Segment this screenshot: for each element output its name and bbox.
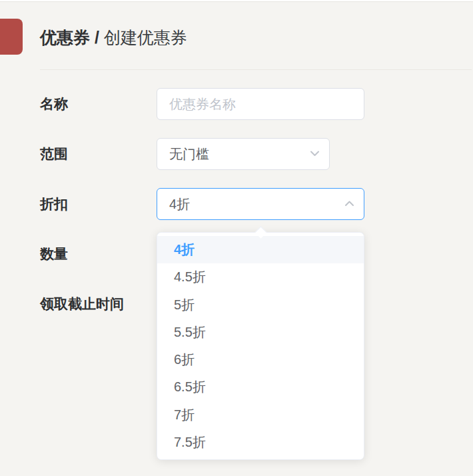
range-label: 范围 (40, 138, 157, 170)
dropdown-option[interactable]: 6折 (157, 346, 364, 373)
dropdown-option[interactable]: 4折 (157, 236, 364, 263)
form-row-range: 范围 无门槛 (40, 138, 364, 170)
discount-label: 折扣 (40, 188, 157, 220)
discount-dropdown-panel: 4折 4.5折 5折 5.5折 6折 6.5折 7折 7.5折 (157, 232, 364, 460)
name-label: 名称 (40, 88, 157, 120)
dropdown-option[interactable]: 5.5折 (157, 319, 364, 346)
header-divider (40, 69, 472, 70)
discount-select-value: 4折 (169, 195, 190, 213)
dropdown-option[interactable]: 6.5折 (157, 373, 364, 401)
breadcrumb-current: 创建优惠券 (104, 28, 187, 47)
breadcrumb-section[interactable]: 优惠券 / (40, 28, 99, 47)
breadcrumb: 优惠券 / 创建优惠券 (40, 27, 187, 49)
coupon-name-input[interactable]: 优惠券名称 (157, 88, 364, 120)
dropdown-option[interactable]: 5折 (157, 291, 364, 319)
discount-select[interactable]: 4折 (157, 188, 364, 220)
chevron-up-icon (344, 201, 354, 207)
create-coupon-page: 优惠券 / 创建优惠券 名称 优惠券名称 范围 无门槛 折扣 4折 (0, 0, 473, 476)
dropdown-option[interactable]: 7.5折 (157, 429, 364, 456)
form-row-discount: 折扣 4折 (40, 188, 364, 220)
dropdown-option[interactable]: 4.5折 (157, 263, 364, 291)
range-select-value: 无门槛 (169, 145, 209, 163)
deadline-label: 领取截止时间 (40, 288, 157, 320)
coupon-name-placeholder: 优惠券名称 (169, 95, 236, 113)
dropdown-option[interactable]: 7折 (157, 401, 364, 429)
form-row-name: 名称 优惠券名称 (40, 88, 364, 120)
range-select[interactable]: 无门槛 (157, 138, 330, 170)
discount-option-list: 4折 4.5折 5折 5.5折 6折 6.5折 7折 7.5折 (157, 233, 364, 459)
sidebar-red-tab[interactable] (0, 19, 23, 55)
quantity-label: 数量 (40, 238, 157, 270)
top-border-line (0, 1, 473, 2)
chevron-down-icon (310, 151, 320, 157)
